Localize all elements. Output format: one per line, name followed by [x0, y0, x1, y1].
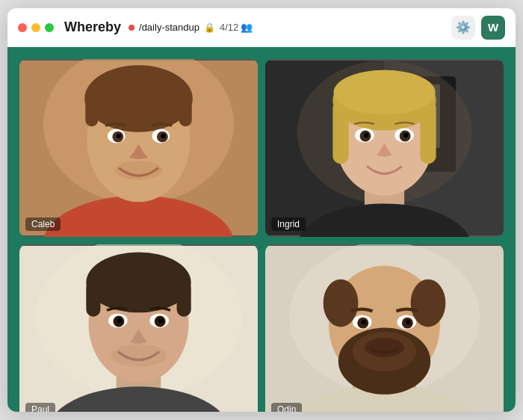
titlebar-actions: ⚙️ W	[451, 16, 505, 40]
svg-point-47	[158, 318, 163, 323]
video-cell-caleb: Caleb	[19, 59, 258, 237]
video-cell-paul: Paul	[19, 244, 258, 412]
people-count-icon: 👥	[241, 22, 253, 33]
svg-point-46	[117, 318, 122, 323]
paul-video	[19, 244, 258, 412]
svg-rect-7	[85, 99, 98, 126]
video-cell-odin: Odin	[265, 244, 504, 412]
caleb-label: Caleb	[25, 217, 61, 231]
paul-label: Paul	[25, 403, 55, 412]
minimize-traffic-light[interactable]	[31, 23, 40, 32]
svg-point-61	[406, 320, 410, 324]
app-logo: Whereby	[64, 19, 121, 35]
video-area: Caleb	[7, 47, 516, 412]
room-info: /daily-standup 🔒 4/12 👥	[129, 22, 451, 33]
svg-rect-41	[177, 281, 191, 317]
svg-point-6	[84, 65, 193, 132]
svg-point-48	[111, 345, 166, 367]
live-indicator	[129, 25, 134, 31]
lock-icon: 🔒	[204, 22, 215, 33]
ingrid-label: Ingrid	[271, 217, 306, 231]
caleb-face-svg	[19, 59, 258, 237]
ingrid-video	[265, 59, 504, 237]
svg-rect-8	[179, 99, 192, 126]
caleb-video	[19, 59, 258, 237]
svg-point-13	[117, 134, 121, 138]
svg-rect-26	[420, 100, 436, 164]
maximize-traffic-light[interactable]	[45, 23, 54, 32]
svg-point-14	[161, 134, 165, 138]
svg-rect-40	[86, 281, 100, 317]
settings-button[interactable]: ⚙️	[451, 16, 475, 40]
traffic-lights	[18, 23, 54, 32]
app-window: Whereby /daily-standup 🔒 4/12 👥 ⚙️ W	[7, 8, 516, 412]
odin-face-svg	[265, 244, 504, 412]
svg-point-39	[86, 252, 191, 312]
svg-point-54	[324, 280, 359, 327]
paul-face-svg	[19, 244, 258, 412]
svg-point-27	[333, 70, 435, 115]
svg-point-55	[411, 280, 446, 327]
close-traffic-light[interactable]	[18, 23, 27, 32]
svg-point-64	[365, 338, 404, 357]
video-cell-ingrid: Ingrid	[265, 59, 504, 237]
svg-point-15	[115, 161, 163, 180]
user-avatar-button[interactable]: W	[481, 16, 505, 40]
svg-point-32	[364, 133, 368, 138]
participant-count: 4/12 👥	[220, 22, 253, 33]
odin-label: Odin	[271, 403, 302, 412]
odin-video	[265, 244, 504, 412]
svg-point-60	[362, 320, 366, 324]
video-grid: Caleb	[19, 59, 504, 412]
ingrid-face-svg	[265, 59, 504, 237]
room-name: /daily-standup	[139, 22, 199, 33]
svg-rect-25	[332, 100, 348, 164]
titlebar: Whereby /daily-standup 🔒 4/12 👥 ⚙️ W	[7, 8, 516, 47]
svg-point-33	[403, 133, 408, 138]
